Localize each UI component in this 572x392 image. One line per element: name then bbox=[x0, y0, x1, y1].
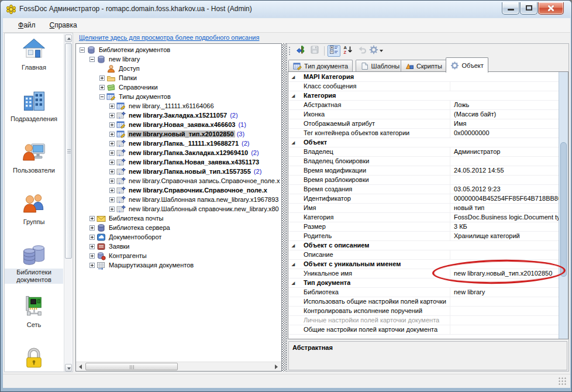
tree-item[interactable]: Папки bbox=[76, 73, 281, 82]
menu-item[interactable]: Справка bbox=[43, 20, 84, 30]
property-row[interactable]: Контролировать исполнение поручений bbox=[288, 307, 559, 316]
property-row[interactable]: Уникальное имяnew library.новый_тип.x201… bbox=[288, 269, 559, 278]
tree-item[interactable]: Доступ bbox=[76, 64, 281, 73]
tree-item[interactable]: Документооборот bbox=[76, 232, 281, 242]
property-row[interactable]: АбстрактнаяЛожь bbox=[288, 101, 559, 110]
scroll-right-icon[interactable] bbox=[272, 363, 281, 370]
expand-plus-icon[interactable] bbox=[89, 216, 95, 221]
property-row[interactable]: Время модификации24.05.2012 14:55 bbox=[288, 166, 559, 176]
property-value[interactable]: 24.05.2012 14:55 bbox=[450, 166, 559, 175]
property-value[interactable] bbox=[450, 82, 559, 91]
resize-grip-icon[interactable] bbox=[559, 377, 567, 386]
property-row[interactable]: Иконка(Массив байт) bbox=[288, 110, 559, 119]
property-row[interactable]: Время разблокировки bbox=[288, 176, 559, 185]
property-value[interactable]: 00000004B45254FF85F64B718BB86628E bbox=[450, 194, 559, 203]
property-row[interactable]: Размер3 КБ bbox=[288, 222, 559, 232]
panel-splitter[interactable] bbox=[282, 43, 287, 372]
property-row[interactable]: Владелец блокировки bbox=[288, 157, 559, 166]
sidebar-scroll-thumb[interactable] bbox=[65, 43, 72, 259]
expand-plus-icon[interactable] bbox=[109, 150, 115, 156]
more-description-link[interactable]: Щелкните здесь для просмотра более подро… bbox=[79, 34, 259, 41]
property-row[interactable]: Имяновый тип bbox=[288, 204, 559, 213]
expand-plus-icon[interactable] bbox=[89, 235, 95, 240]
sidebar-item-главная[interactable]: Главная bbox=[5, 37, 63, 72]
sidebar-item-библиотеки-документов[interactable]: Библиотеки документов bbox=[5, 243, 63, 284]
expand-plus-icon[interactable] bbox=[99, 85, 105, 90]
expand-plus-icon[interactable] bbox=[109, 188, 115, 193]
tree-item[interactable]: new library.Папка.Закладка.x12969410(2) bbox=[76, 148, 281, 157]
expand-plus-icon[interactable] bbox=[109, 122, 115, 128]
tree-item[interactable]: new library.новый_тип.x20102850(3) bbox=[76, 129, 281, 139]
tree-item[interactable]: new library.Папка.Новая_заявка.x4351173 bbox=[76, 157, 281, 167]
tree-item[interactable]: new library._11111.x61164066 bbox=[76, 101, 281, 111]
property-row[interactable]: Время создания03.05.2012 9:23 bbox=[288, 185, 559, 194]
property-row[interactable]: Класс сообщения bbox=[288, 82, 559, 91]
property-value[interactable]: Хранилище категорий bbox=[450, 232, 559, 240]
settings-gear-button[interactable] bbox=[370, 45, 383, 57]
expand-plus-icon[interactable] bbox=[109, 104, 115, 109]
tree-item[interactable]: Библиотека сервера bbox=[76, 223, 281, 232]
expand-plus-icon[interactable] bbox=[109, 169, 115, 174]
property-category-row[interactable]: ◢Категория bbox=[288, 91, 559, 101]
categorized-button[interactable] bbox=[328, 45, 340, 57]
property-value[interactable]: new library.новый_тип.x20102850 bbox=[450, 269, 559, 278]
property-value[interactable] bbox=[450, 176, 559, 184]
property-row[interactable]: РодительХранилище категорий bbox=[288, 232, 559, 241]
expand-plus-icon[interactable] bbox=[109, 207, 115, 212]
expand-plus-icon[interactable] bbox=[89, 225, 95, 231]
sort-az-button[interactable]: AZ bbox=[342, 45, 354, 57]
tree-item[interactable]: Маршрутизация документов bbox=[76, 260, 281, 270]
property-category-row[interactable]: ◢Тип документа bbox=[288, 278, 559, 288]
tree-item[interactable]: new library.Шаблонный справочник.new_lib… bbox=[76, 204, 281, 214]
tree-item[interactable]: new library.Справочник.Справочное_поле.x bbox=[76, 185, 281, 195]
tree-horizontal-scrollbar[interactable] bbox=[76, 362, 281, 371]
sidebar-item-подразделения[interactable]: Подразделения bbox=[5, 88, 63, 123]
collapse-minus-icon[interactable] bbox=[89, 57, 95, 62]
property-row[interactable]: Описание bbox=[288, 250, 559, 260]
property-category-row[interactable]: ◢Объект с описанием bbox=[288, 241, 559, 250]
scroll-up-icon[interactable] bbox=[65, 35, 72, 42]
property-row[interactable]: КатегорияFossDoc.Business logic.Document… bbox=[288, 213, 559, 222]
property-row[interactable]: Общие настройки полей карточки документа bbox=[288, 325, 559, 335]
property-value[interactable] bbox=[450, 307, 559, 315]
tree-item[interactable]: Справочники bbox=[76, 82, 281, 92]
close-button[interactable] bbox=[538, 2, 564, 15]
property-value[interactable]: (Массив байт) bbox=[450, 110, 559, 119]
property-grid-scrollbar[interactable] bbox=[559, 72, 568, 339]
sidebar-item-lock[interactable] bbox=[5, 346, 63, 370]
property-value[interactable]: Ложь bbox=[450, 101, 559, 109]
property-value[interactable] bbox=[450, 316, 559, 325]
expand-plus-icon[interactable] bbox=[89, 253, 95, 259]
property-value[interactable]: 3 КБ bbox=[450, 222, 559, 231]
expand-plus-icon[interactable] bbox=[109, 160, 115, 165]
property-value[interactable] bbox=[450, 250, 559, 259]
tab-объект[interactable]: Объект bbox=[446, 57, 488, 73]
tab-скрипты[interactable]: Скрипты bbox=[401, 60, 447, 72]
property-row[interactable]: Библиотекаnew library bbox=[288, 288, 559, 297]
sidebar-item-пользователи[interactable]: Пользователи bbox=[5, 140, 63, 175]
minimize-button[interactable] bbox=[502, 2, 519, 15]
tree-item[interactable]: Библиотека почты bbox=[76, 214, 281, 223]
expand-plus-icon[interactable] bbox=[109, 132, 115, 137]
property-value[interactable]: 0x00000000 bbox=[450, 129, 559, 137]
property-value[interactable]: 03.05.2012 9:23 bbox=[450, 185, 559, 194]
property-row[interactable]: Использовать общие настройки полей карто… bbox=[288, 297, 559, 307]
scroll-left-icon[interactable] bbox=[77, 363, 85, 370]
tree-item[interactable]: new library.Закладка.x15211057(2) bbox=[76, 111, 281, 120]
tree-item[interactable]: new library.Папка._11111.x19688271(2) bbox=[76, 139, 281, 148]
property-row[interactable]: Отображаемый атрибутИмя bbox=[288, 119, 559, 129]
maximize-button[interactable] bbox=[520, 2, 537, 15]
property-value[interactable]: новый тип bbox=[450, 204, 559, 212]
property-category-row[interactable]: ◢MAPI Категория bbox=[288, 73, 559, 82]
tree-item[interactable]: new library.Новая_заявка.x466603(1) bbox=[76, 120, 281, 129]
tree-item[interactable]: new library.Шаблонная папка.new_library.… bbox=[76, 195, 281, 204]
tree-scroll-thumb[interactable] bbox=[85, 363, 178, 370]
property-category-row[interactable]: ◢Объект bbox=[288, 138, 559, 147]
property-row[interactable]: Тег контейнера объектов категории0x00000… bbox=[288, 129, 559, 138]
tree-item[interactable]: new library bbox=[76, 54, 281, 64]
collapse-minus-icon[interactable] bbox=[99, 94, 105, 99]
tab-шаблоны[interactable]: Шаблоны bbox=[356, 60, 405, 72]
property-value[interactable] bbox=[450, 157, 559, 166]
property-row[interactable]: Личные настройки полей карточки документ… bbox=[288, 316, 559, 325]
sidebar-item-группы[interactable]: Группы bbox=[5, 191, 63, 226]
